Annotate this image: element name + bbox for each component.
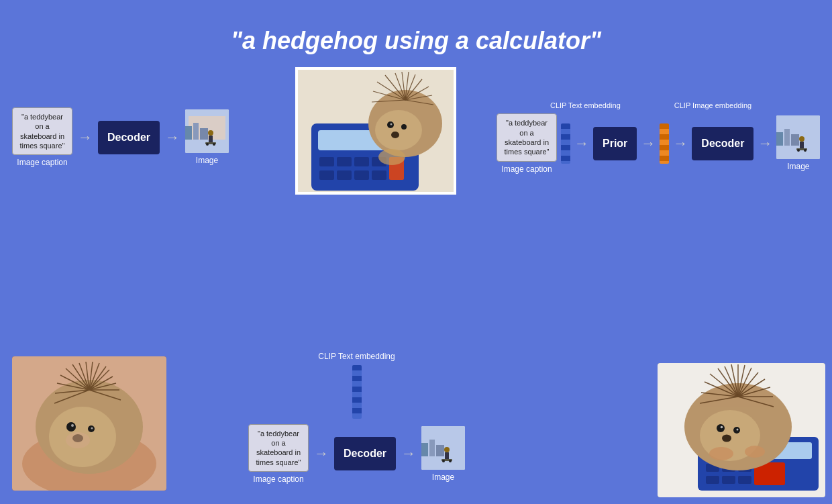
- bottom-image-col: Image: [421, 426, 465, 482]
- svg-point-84: [804, 149, 807, 152]
- svg-rect-78: [784, 129, 790, 146]
- svg-point-64: [401, 124, 407, 130]
- svg-point-9: [213, 143, 215, 146]
- svg-rect-4: [200, 128, 208, 140]
- bottom-clip-embedding-bar: [352, 365, 362, 419]
- right-clip-text-col: CLIP Text embedding: [550, 101, 621, 111]
- bottom-caption-box: "a teddybear on a skateboard in times sq…: [248, 424, 309, 472]
- svg-point-80: [799, 136, 804, 142]
- right-arrow-2: →: [641, 136, 656, 151]
- svg-point-117: [737, 429, 739, 431]
- svg-point-33: [91, 427, 93, 430]
- main-content: "a teddybear on a skateboard in times sq…: [0, 67, 832, 504]
- bottom-right-hedgehog-image: [658, 363, 825, 497]
- top-left-caption-box: "a teddybear on a skateboard in times sq…: [12, 107, 72, 155]
- svg-rect-79: [791, 134, 799, 146]
- right-prior-col: Prior: [593, 127, 637, 160]
- bottom-decoder: Decoder: [334, 437, 396, 470]
- bottom-caption-col: "a teddybear on a skateboard in times sq…: [248, 424, 309, 484]
- bottom-center-diagram: CLIP Text embedding "a teddybear on a sk…: [248, 351, 465, 484]
- svg-rect-46: [372, 170, 386, 180]
- right-diagram: CLIP Text embedding CLIP Image embedding…: [497, 101, 825, 174]
- svg-rect-39: [319, 157, 334, 166]
- top-left-image-label: Image: [196, 156, 218, 165]
- svg-point-71: [444, 447, 450, 452]
- right-main-flow: "a teddybear on a skateboard in times sq…: [497, 113, 825, 173]
- bottom-arrow-1: →: [314, 446, 329, 461]
- svg-rect-68: [421, 443, 428, 456]
- right-arrow-4: →: [758, 136, 772, 151]
- svg-point-65: [391, 132, 399, 138]
- image-col: Image: [185, 109, 229, 165]
- arrow-2: →: [165, 130, 180, 145]
- bottom-left-hedgehog-image: [12, 356, 166, 491]
- right-clip-labels-row: CLIP Text embedding CLIP Image embedding: [550, 101, 825, 111]
- svg-point-119: [709, 447, 733, 460]
- svg-rect-45: [354, 170, 369, 180]
- svg-point-120: [745, 446, 765, 458]
- svg-point-30: [66, 422, 76, 432]
- hedgehog-face-icon: [12, 356, 166, 491]
- svg-rect-81: [800, 142, 804, 148]
- svg-point-75: [449, 460, 452, 462]
- right-prior: Prior: [593, 127, 637, 160]
- right-caption-col: "a teddybear on a skateboard in times sq…: [497, 113, 557, 173]
- bottom-decoder-col: Decoder: [334, 437, 396, 470]
- svg-rect-43: [319, 170, 334, 180]
- right-arrow-1: →: [574, 136, 589, 151]
- svg-point-114: [717, 424, 725, 432]
- right-blue-embedding-bar: [561, 123, 570, 164]
- svg-rect-69: [429, 440, 435, 456]
- decoder-col: Decoder: [98, 121, 160, 154]
- svg-rect-70: [436, 445, 444, 456]
- svg-point-8: [206, 143, 209, 146]
- svg-point-115: [721, 426, 723, 429]
- center-hedgehog-calculator-image: [295, 67, 456, 195]
- svg-rect-40: [337, 157, 352, 166]
- right-decoder: Decoder: [692, 127, 753, 160]
- right-decoder-col: Decoder: [692, 127, 753, 160]
- svg-point-61: [375, 110, 422, 150]
- top-left-decoder: Decoder: [98, 121, 160, 154]
- right-arrow-3: →: [673, 136, 688, 151]
- bottom-center-flow-row: "a teddybear on a skateboard in times sq…: [248, 424, 465, 484]
- svg-rect-72: [445, 452, 449, 459]
- svg-rect-93: [706, 476, 719, 484]
- arrow-1: →: [78, 130, 93, 145]
- bottom-image-label: Image: [432, 472, 454, 482]
- bottom-arrow-2: →: [401, 446, 416, 461]
- generated-hedgehog-calculator-icon: [658, 363, 825, 497]
- svg-rect-95: [738, 476, 751, 484]
- svg-point-83: [797, 149, 800, 152]
- svg-rect-2: [185, 126, 192, 140]
- svg-point-35: [66, 432, 90, 448]
- svg-rect-41: [354, 157, 369, 166]
- top-left-caption-label: Image caption: [17, 158, 67, 167]
- right-skateboard-scene-icon: [776, 115, 820, 159]
- svg-rect-3: [193, 123, 199, 140]
- svg-rect-77: [776, 132, 783, 146]
- svg-point-31: [71, 424, 74, 427]
- right-output-image: [776, 115, 820, 159]
- svg-point-63: [391, 123, 393, 125]
- svg-rect-44: [337, 170, 352, 180]
- right-image-label: Image: [787, 162, 809, 171]
- right-clip-image-col: CLIP Image embedding: [674, 101, 751, 111]
- caption-col: "a teddybear on a skateboard in times sq…: [12, 107, 72, 167]
- right-clip-text-label: CLIP Text embedding: [550, 101, 621, 111]
- hedgehog-calculator-icon: [298, 70, 456, 195]
- skateboard-scene-icon: [185, 109, 229, 153]
- page-title: "a hedgehog using a calculator": [0, 0, 832, 55]
- svg-point-74: [442, 460, 445, 462]
- right-caption-label: Image caption: [501, 164, 552, 174]
- svg-rect-6: [209, 136, 213, 142]
- right-image-col: Image: [776, 115, 820, 171]
- right-caption-box: "a teddybear on a skateboard in times sq…: [497, 113, 557, 161]
- svg-point-66: [378, 149, 405, 165]
- svg-point-5: [208, 130, 213, 136]
- right-orange-embedding-bar: [660, 123, 669, 164]
- top-left-flow-row: "a teddybear on a skateboard in times sq…: [12, 107, 229, 167]
- svg-point-118: [722, 435, 731, 442]
- bottom-caption-label: Image caption: [253, 474, 303, 484]
- top-left-image: [185, 109, 229, 153]
